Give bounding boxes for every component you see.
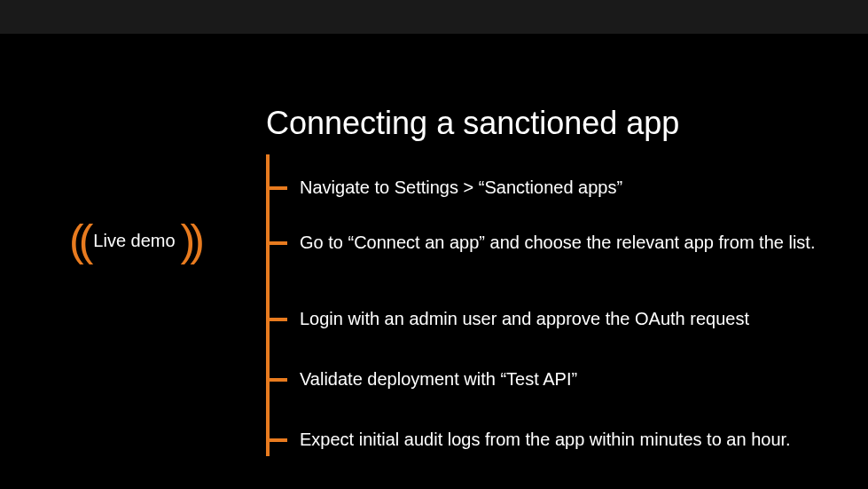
branch-connector-icon	[266, 186, 287, 190]
title-bar	[0, 0, 868, 34]
live-demo-badge: (( Live demo ))	[69, 218, 199, 263]
branch-connector-icon	[266, 438, 287, 442]
step-branch: Validate deployment with “Test API”	[266, 367, 577, 390]
step-text: Login with an admin user and approve the…	[300, 307, 749, 330]
step-branch: Expect initial audit logs from the app w…	[266, 428, 791, 451]
slide-title: Connecting a sanctioned app	[266, 105, 679, 142]
branch-connector-icon	[266, 318, 287, 321]
step-branch: Login with an admin user and approve the…	[266, 307, 749, 330]
branch-connector-icon	[266, 378, 287, 382]
step-text: Navigate to Settings > “Sanctioned apps”	[300, 176, 622, 199]
paren-right-icon: ))	[181, 218, 199, 263]
step-text: Validate deployment with “Test API”	[300, 367, 577, 390]
step-branch: Navigate to Settings > “Sanctioned apps”	[266, 176, 622, 199]
branch-connector-icon	[266, 241, 287, 245]
paren-left-icon: ((	[69, 218, 88, 263]
step-branch: Go to “Connect an app” and choose the re…	[266, 231, 815, 254]
live-demo-label: Live demo	[93, 231, 175, 251]
step-text: Go to “Connect an app” and choose the re…	[300, 231, 815, 254]
tree-trunk	[266, 154, 270, 456]
step-text: Expect initial audit logs from the app w…	[300, 428, 791, 451]
